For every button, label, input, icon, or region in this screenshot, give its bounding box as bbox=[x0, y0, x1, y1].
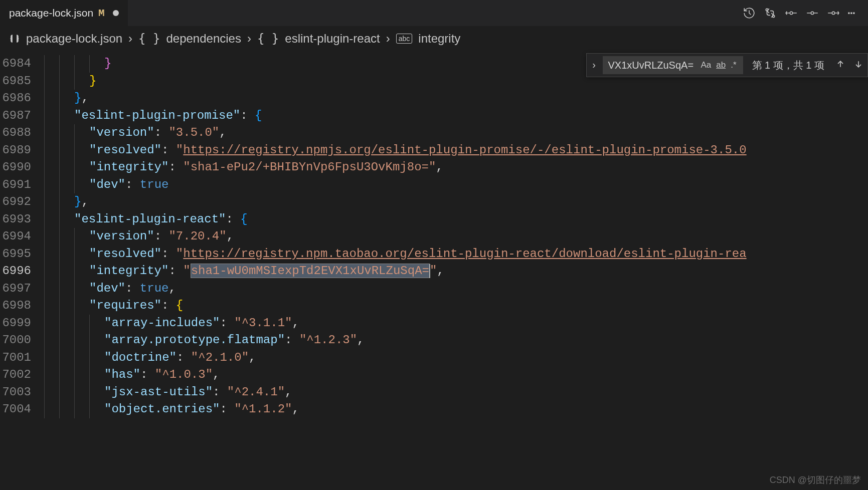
tab-bar: package-lock.json M ⋯ bbox=[0, 0, 868, 26]
code-area[interactable]: }}},"eslint-plugin-promise": {"version":… bbox=[44, 51, 868, 490]
find-regex[interactable]: .* bbox=[728, 59, 739, 71]
next-change-icon[interactable] bbox=[827, 7, 840, 20]
find-case-sensitive[interactable]: Aa bbox=[698, 59, 714, 71]
chevron-right-icon: › bbox=[386, 32, 390, 46]
breadcrumb-file[interactable]: package-lock.json bbox=[26, 32, 122, 46]
compare-icon[interactable] bbox=[764, 7, 777, 20]
find-widget: › Aa ab .* 第 1 项，共 1 项 bbox=[586, 53, 868, 77]
find-input-wrap: Aa ab .* bbox=[603, 56, 743, 74]
watermark: CSDN @切图仔的噩梦 bbox=[770, 474, 861, 486]
find-whole-word[interactable]: ab bbox=[714, 59, 728, 71]
string-icon: abc bbox=[396, 34, 413, 44]
json-file-icon bbox=[9, 33, 20, 44]
tab-actions: ⋯ bbox=[743, 0, 863, 26]
find-toggle-replace-icon[interactable]: › bbox=[587, 60, 601, 71]
breadcrumb-segment-0[interactable]: dependencies bbox=[166, 32, 241, 46]
svg-point-3 bbox=[811, 12, 813, 14]
breadcrumb[interactable]: package-lock.json › { } dependencies › {… bbox=[0, 26, 868, 51]
tab-filename: package-lock.json bbox=[9, 7, 93, 19]
braces-icon: { } bbox=[138, 32, 160, 46]
tab-active[interactable]: package-lock.json M bbox=[0, 0, 128, 26]
line-number-gutter: 6984698569866987698869896990699169926993… bbox=[0, 51, 44, 490]
revert-icon[interactable] bbox=[785, 7, 798, 20]
find-previous-icon[interactable] bbox=[831, 59, 849, 72]
find-result-count: 第 1 项，共 1 项 bbox=[745, 59, 831, 72]
editor[interactable]: 6984698569866987698869896990699169926993… bbox=[0, 51, 868, 490]
chevron-right-icon: › bbox=[128, 32, 132, 46]
braces-icon: { } bbox=[257, 32, 279, 46]
svg-point-2 bbox=[790, 12, 792, 14]
svg-point-4 bbox=[832, 12, 834, 14]
breadcrumb-segment-1[interactable]: eslint-plugin-react bbox=[285, 32, 380, 46]
tab-modified-badge: M bbox=[98, 8, 105, 19]
history-icon[interactable] bbox=[743, 7, 756, 20]
prev-change-icon[interactable] bbox=[806, 7, 819, 20]
breadcrumb-segment-2[interactable]: integrity bbox=[418, 32, 460, 46]
dirty-indicator-icon bbox=[113, 10, 119, 16]
find-next-icon[interactable] bbox=[849, 59, 867, 72]
find-input[interactable] bbox=[608, 60, 698, 71]
chevron-right-icon: › bbox=[247, 32, 251, 46]
more-actions-icon[interactable]: ⋯ bbox=[848, 6, 856, 21]
